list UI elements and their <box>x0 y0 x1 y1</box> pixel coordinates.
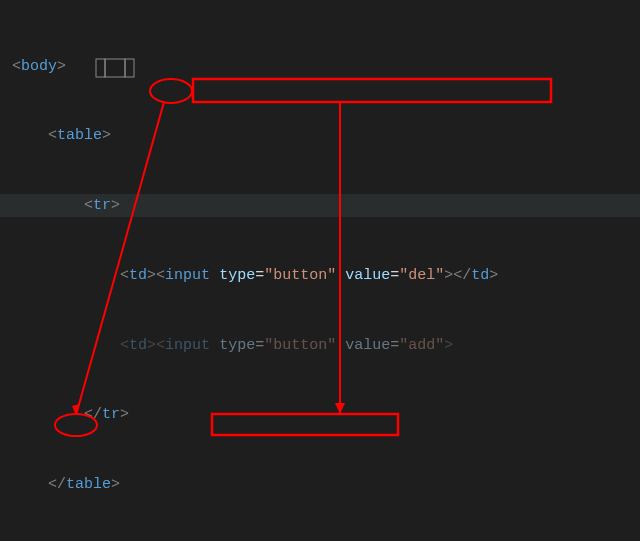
code-line: </table> <box>0 473 640 496</box>
code-block-html: <body> <table> <tr> <td><input type="but… <box>0 0 640 541</box>
code-line: <body> <box>0 55 640 78</box>
code-line: <td><input type="button" value="del"></t… <box>0 264 640 287</box>
code-line: </tr> <box>0 403 640 426</box>
code-line: <td><input type="button" value="add"> <box>0 334 640 357</box>
code-line: <table> <box>0 124 640 147</box>
code-line-highlight: <tr> <box>0 194 640 217</box>
